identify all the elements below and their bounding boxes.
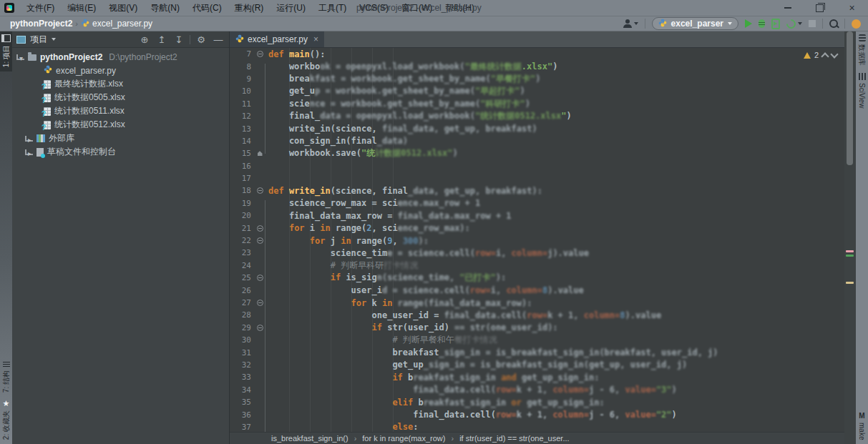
line-number[interactable]: 11 bbox=[230, 99, 251, 109]
code-line[interactable]: 23 science_time = science.cell(row=i, co… bbox=[230, 247, 844, 259]
line-number[interactable]: 36 bbox=[230, 410, 251, 420]
code-line[interactable]: 19 science_row_max = science.max_row + 1 bbox=[230, 197, 844, 209]
run-button[interactable] bbox=[745, 19, 752, 28]
code-line[interactable]: 33 if breakfast_sign_in and get_up_sign_… bbox=[230, 371, 844, 383]
code-line[interactable]: 14 con_sign_in(final_data) bbox=[230, 135, 844, 147]
code-line[interactable]: 34 final_data.cell(row=k + 1, column=j -… bbox=[230, 384, 844, 396]
chevron-down-icon[interactable] bbox=[52, 38, 56, 41]
line-number[interactable]: 33 bbox=[230, 373, 251, 382]
line-number[interactable]: 17 bbox=[230, 174, 251, 183]
code-line[interactable]: 36 final_data.cell(row=k + 1, column=j -… bbox=[230, 408, 844, 420]
minimize-button[interactable] bbox=[771, 0, 804, 16]
chevron-collapsed-icon[interactable]: ▸ bbox=[25, 149, 33, 155]
code-line[interactable]: 35 elif breakfast_sign_in or get_up_sign… bbox=[230, 396, 844, 408]
fold-icon[interactable] bbox=[257, 187, 263, 194]
line-number[interactable]: 13 bbox=[230, 124, 251, 134]
chevron-expanded-icon[interactable]: ▾ bbox=[16, 54, 24, 60]
line-number[interactable]: 34 bbox=[230, 385, 251, 395]
code-line[interactable]: 24 # 判断早科研打卡情况 bbox=[230, 260, 844, 272]
fold-icon[interactable] bbox=[257, 237, 263, 244]
scrollbar-thumb[interactable] bbox=[847, 31, 853, 165]
code-line[interactable]: 11 science = workbook.get_sheet_by_name(… bbox=[230, 98, 844, 110]
code-line[interactable]: 32 get_up_sign_in = is_breakfast_sign_in… bbox=[230, 359, 844, 371]
tool-button-project[interactable]: 1: 项目 bbox=[0, 31, 12, 71]
close-button[interactable]: × bbox=[836, 0, 868, 16]
code-line[interactable]: 13 write_in(science, final_data, get_up,… bbox=[230, 122, 844, 134]
code-line[interactable]: 12 final_data = openpyxl.load_workbook("… bbox=[230, 110, 844, 122]
project-panel-title[interactable]: 项目 bbox=[30, 34, 47, 46]
breadcrumb-project[interactable]: pythonProject2 bbox=[10, 19, 72, 29]
code-line[interactable]: 26 user_id = science.cell(row=i, column=… bbox=[230, 284, 844, 296]
line-number[interactable]: 21 bbox=[230, 224, 251, 233]
stop-button[interactable] bbox=[809, 20, 816, 27]
code-line[interactable]: 18def write_in(science, final_data, get_… bbox=[230, 184, 844, 197]
code-editor[interactable]: 7def main():8 workbook = openpyxl.load_w… bbox=[230, 48, 844, 432]
line-number[interactable]: 19 bbox=[230, 199, 251, 208]
code-line[interactable]: 30 # 判断早餐和午餐打卡情况 bbox=[230, 334, 844, 346]
code-line[interactable]: 29 if str(user_id) == str(one_user_id): bbox=[230, 322, 844, 334]
expand-all-button[interactable]: ↧ bbox=[172, 35, 185, 44]
prev-warning-button[interactable] bbox=[821, 52, 829, 60]
line-number[interactable]: 12 bbox=[230, 112, 251, 121]
tool-button-make[interactable]: Mmake bbox=[856, 410, 868, 444]
menu-item-0[interactable]: 文件(F) bbox=[20, 0, 61, 16]
line-number[interactable]: 37 bbox=[230, 423, 251, 432]
hide-panel-button[interactable]: — bbox=[212, 35, 225, 44]
fold-icon[interactable] bbox=[257, 225, 263, 232]
line-number[interactable]: 30 bbox=[230, 335, 251, 345]
run-config-select[interactable]: excel_parser bbox=[652, 17, 738, 30]
chevron-collapsed-icon[interactable]: ▸ bbox=[25, 136, 33, 142]
tree-item-统计数据0505.xlsx[interactable]: 统计数据0505.xlsx bbox=[12, 91, 229, 104]
line-number[interactable]: 24 bbox=[230, 261, 251, 270]
line-number[interactable]: 31 bbox=[230, 348, 251, 357]
fold-end-icon[interactable] bbox=[258, 151, 263, 156]
menu-item-3[interactable]: 导航(N) bbox=[144, 0, 186, 16]
fold-icon[interactable] bbox=[257, 51, 263, 57]
code-line[interactable]: 37 else: bbox=[230, 421, 844, 432]
stripe-mark[interactable] bbox=[846, 282, 854, 284]
code-line[interactable]: 28 one_user_id = final_data.cell(row=k +… bbox=[230, 309, 844, 321]
status-breadcrumb-2[interactable]: if str(user_id) == str(one_user... bbox=[459, 434, 569, 443]
tree-item-最终统计数据.xlsx[interactable]: 最终统计数据.xlsx bbox=[12, 77, 229, 91]
line-number[interactable]: 28 bbox=[230, 310, 251, 320]
fold-icon[interactable] bbox=[257, 325, 263, 331]
tab-close-icon[interactable]: × bbox=[313, 34, 318, 44]
menu-item-2[interactable]: 视图(V) bbox=[102, 0, 144, 16]
code-line[interactable]: 17 bbox=[230, 172, 844, 184]
collapse-all-button[interactable]: ↥ bbox=[155, 35, 168, 44]
code-line[interactable]: 21 for i in range(2, science_row_max): bbox=[230, 222, 844, 234]
code-line[interactable]: 20 final_data_max_row = final_data.max_r… bbox=[230, 209, 844, 222]
fold-icon[interactable] bbox=[257, 300, 263, 306]
line-number[interactable]: 15 bbox=[230, 149, 251, 158]
menu-item-7[interactable]: 工具(T) bbox=[312, 0, 353, 16]
line-number[interactable]: 23 bbox=[230, 248, 251, 257]
next-warning-button[interactable] bbox=[830, 50, 838, 58]
code-line[interactable]: 8 workbook = openpyxl.load_workbook("最终统… bbox=[230, 60, 844, 72]
status-breadcrumb-1[interactable]: for k in range(max_row) bbox=[362, 434, 445, 443]
restore-button[interactable] bbox=[804, 0, 836, 16]
menu-item-5[interactable]: 重构(R) bbox=[228, 0, 270, 16]
line-number[interactable]: 35 bbox=[230, 398, 251, 407]
menu-item-6[interactable]: 运行(U) bbox=[270, 0, 312, 16]
line-number[interactable]: 18 bbox=[230, 186, 251, 195]
run-coverage-button[interactable] bbox=[771, 19, 780, 29]
line-number[interactable]: 14 bbox=[230, 137, 251, 146]
code-line[interactable]: 31 breakfast_sign_in = is_breakfast_sign… bbox=[230, 346, 844, 358]
profiler-button[interactable] bbox=[786, 19, 802, 29]
code-line[interactable]: 10 get_up = workbook.get_sheet_by_name("… bbox=[230, 85, 844, 97]
line-number[interactable]: 7 bbox=[230, 49, 251, 59]
tree-item-统计数据0512.xlsx[interactable]: 统计数据0512.xlsx bbox=[12, 118, 229, 132]
code-line[interactable]: 15 workbook.save("统计数据0512.xlsx") bbox=[230, 147, 844, 159]
menu-item-1[interactable]: 编辑(E) bbox=[61, 0, 102, 16]
search-everywhere-button[interactable] bbox=[829, 19, 838, 28]
line-number[interactable]: 8 bbox=[230, 62, 251, 71]
gear-icon[interactable]: ⚙ bbox=[195, 35, 208, 44]
line-number[interactable]: 29 bbox=[230, 323, 251, 332]
code-line[interactable]: 16 bbox=[230, 160, 844, 172]
fold-icon[interactable] bbox=[257, 275, 263, 281]
tool-button-sciview[interactable]: SciView bbox=[856, 70, 868, 112]
line-number[interactable]: 20 bbox=[230, 211, 251, 220]
stripe-mark[interactable] bbox=[846, 250, 854, 252]
tree-item-统计数据0511.xlsx[interactable]: 统计数据0511.xlsx bbox=[12, 104, 229, 118]
tool-button-structure[interactable]: 7: 结构 bbox=[0, 359, 12, 397]
